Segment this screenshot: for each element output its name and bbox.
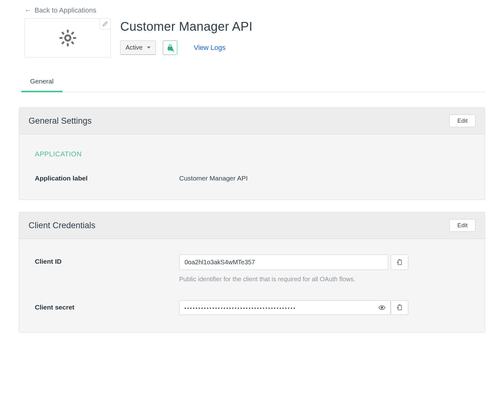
gear-icon [58, 29, 77, 47]
copy-client-id-button[interactable] [391, 255, 408, 270]
general-settings-header: General Settings Edit [19, 108, 485, 134]
clipboard-icon [396, 304, 403, 311]
client-credentials-panel: Client Credentials Edit Client ID Public [19, 212, 485, 333]
copy-client-secret-button[interactable] [391, 300, 408, 315]
eye-icon [378, 304, 385, 311]
view-logs-link[interactable]: View Logs [194, 44, 225, 52]
client-id-label: Client ID [35, 255, 179, 265]
application-subsection-label: APPLICATION [35, 150, 472, 158]
caret-down-icon [147, 46, 151, 49]
edit-logo-button[interactable] [99, 18, 111, 30]
client-credentials-edit-button[interactable]: Edit [449, 219, 475, 232]
clipboard-icon [396, 259, 403, 266]
app-header: Customer Manager API Active View Logs [24, 18, 485, 57]
svg-rect-5 [71, 31, 74, 35]
pencil-icon [102, 21, 108, 27]
general-settings-title: General Settings [29, 116, 92, 126]
svg-rect-3 [59, 37, 62, 39]
status-dropdown[interactable]: Active [120, 40, 156, 55]
tab-general[interactable]: General [21, 73, 62, 92]
client-credentials-header: Client Credentials Edit [19, 212, 485, 239]
client-credentials-title: Client Credentials [29, 221, 95, 230]
client-secret-input[interactable]: •••••••••••••••••••••••••••••••••••••••• [179, 300, 391, 315]
client-id-row: Client ID Public identifier for the clie… [35, 255, 472, 283]
client-id-field: Public identifier for the client that is… [179, 255, 408, 283]
svg-rect-4 [73, 37, 76, 39]
general-settings-edit-button[interactable]: Edit [449, 115, 475, 127]
lock-key-icon [166, 44, 174, 52]
tabs: General [19, 73, 485, 92]
svg-rect-2 [67, 43, 69, 46]
app-logo-box [24, 18, 111, 57]
reveal-client-secret-button[interactable] [376, 300, 388, 315]
svg-rect-1 [67, 30, 69, 33]
client-secret-field: •••••••••••••••••••••••••••••••••••••••• [179, 300, 408, 315]
application-label-value: Customer Manager API [179, 171, 248, 182]
svg-rect-8 [71, 41, 74, 44]
client-id-input[interactable] [179, 255, 388, 270]
application-label-row: Application label Customer Manager API [35, 171, 472, 182]
general-settings-body: APPLICATION Application label Customer M… [19, 134, 485, 200]
app-key-button[interactable] [163, 40, 177, 55]
svg-rect-7 [61, 31, 65, 35]
back-link-label: Back to Applications [35, 6, 96, 14]
svg-rect-6 [61, 41, 65, 44]
app-header-info: Customer Manager API Active View Logs [120, 18, 253, 55]
arrow-left-icon: ← [24, 6, 31, 14]
client-credentials-body: Client ID Public identifier for the clie… [19, 239, 485, 332]
app-title: Customer Manager API [120, 19, 253, 34]
header-controls: Active View Logs [120, 40, 253, 55]
application-label-field-label: Application label [35, 171, 179, 182]
client-secret-label: Client secret [35, 300, 179, 311]
client-secret-masked: •••••••••••••••••••••••••••••••••••••••• [185, 304, 296, 311]
general-settings-panel: General Settings Edit APPLICATION Applic… [19, 107, 485, 200]
svg-point-0 [65, 35, 70, 40]
svg-point-11 [381, 307, 383, 309]
client-secret-row: Client secret ••••••••••••••••••••••••••… [35, 300, 472, 315]
status-label: Active [126, 44, 142, 51]
back-to-applications-link[interactable]: ← Back to Applications [24, 6, 96, 14]
client-id-help-text: Public identifier for the client that is… [179, 276, 408, 283]
